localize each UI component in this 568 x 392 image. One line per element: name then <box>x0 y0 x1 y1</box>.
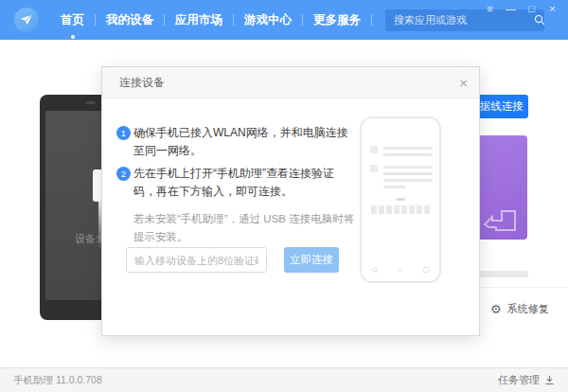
recent-apps-icon: ▢ <box>422 265 430 274</box>
main-content: 设备未 数据线连接 ⚙ 系统修复 连接设备 × 1 确保手机已接入WLAN网络，… <box>0 40 568 367</box>
active-indicator-dot <box>71 35 75 39</box>
status-bar: 手机助理 11.0.0.708 任务管理 <box>0 367 568 392</box>
phone-code-illustration: ◁ ○ ▢ <box>360 116 441 283</box>
divider <box>473 287 568 288</box>
main-nav: 首页 我的设备 应用市场 游戏中心 更多服务 <box>50 12 372 28</box>
back-icon: ◁ <box>371 265 377 274</box>
nav-item-my-devices[interactable]: 我的设备 <box>96 12 164 28</box>
nav-item-app-market[interactable]: 应用市场 <box>165 12 233 28</box>
system-repair-button[interactable]: ⚙ 系统修复 <box>490 302 549 316</box>
nav-item-label: 首页 <box>61 13 84 27</box>
text-line-decor <box>383 153 433 156</box>
install-note-text: 若未安装“手机助理”，通过 USB 连接电脑时将提示安装。 <box>133 210 355 246</box>
window-controls: ≡ — □ × <box>484 3 559 15</box>
nav-separator <box>371 14 372 26</box>
cursor-decor <box>397 198 405 201</box>
minimize-icon[interactable]: — <box>505 3 517 15</box>
top-navbar: 首页 我的设备 应用市场 游戏中心 更多服务 ≡ — □ × <box>0 0 568 40</box>
nav-item-more-services[interactable]: 更多服务 <box>303 12 371 28</box>
code-boxes-decor <box>362 205 439 214</box>
dialog-header: 连接设备 × <box>102 67 479 98</box>
text-line-decor <box>383 179 433 182</box>
text-line-decor <box>383 147 433 150</box>
app-logo-icon[interactable] <box>14 8 39 32</box>
search-icon[interactable] <box>534 14 545 26</box>
close-dialog-icon[interactable]: × <box>459 76 468 90</box>
dialog-title: 连接设备 <box>119 75 165 91</box>
verification-code-input[interactable] <box>126 247 267 273</box>
download-tray-icon <box>544 375 555 385</box>
app-version-label: 手机助理 11.0.0.708 <box>13 374 102 387</box>
home-icon: ○ <box>398 265 402 274</box>
nav-item-game-center[interactable]: 游戏中心 <box>234 12 302 28</box>
text-line-decor <box>383 166 433 169</box>
task-manager-button[interactable]: 任务管理 <box>498 373 555 387</box>
nav-item-home[interactable]: 首页 <box>50 12 95 28</box>
gear-icon: ⚙ <box>490 303 502 316</box>
promo-arrow-icon <box>483 207 521 234</box>
text-line-decor <box>383 172 433 175</box>
maximize-icon[interactable]: □ <box>525 3 538 15</box>
system-repair-label: 系统修复 <box>507 302 549 316</box>
progress-bar-decor <box>471 271 528 277</box>
menu-icon[interactable]: ≡ <box>484 3 496 15</box>
paper-plane-icon <box>19 12 34 27</box>
phone-navbar-decor: ◁ ○ ▢ <box>371 265 430 274</box>
step-1-badge: 1 <box>116 126 131 140</box>
step-2-text: 先在手机上打开“手机助理”查看连接验证码，再在下方输入，即可连接。 <box>133 165 349 201</box>
search-input[interactable] <box>385 14 534 26</box>
step-2-badge: 2 <box>116 167 131 181</box>
connect-device-dialog: 连接设备 × 1 确保手机已接入WLAN网络，并和电脑连接至同一网络。 2 先在… <box>101 66 480 336</box>
text-line-decor <box>383 186 406 188</box>
list-icon-decor <box>370 165 378 172</box>
list-icon-decor <box>370 146 378 153</box>
connect-now-button[interactable]: 立即连接 <box>284 247 339 273</box>
close-window-icon[interactable]: × <box>546 3 559 15</box>
task-manager-label: 任务管理 <box>498 373 540 387</box>
step-1-text: 确保手机已接入WLAN网络，并和电脑连接至同一网络。 <box>133 124 349 160</box>
